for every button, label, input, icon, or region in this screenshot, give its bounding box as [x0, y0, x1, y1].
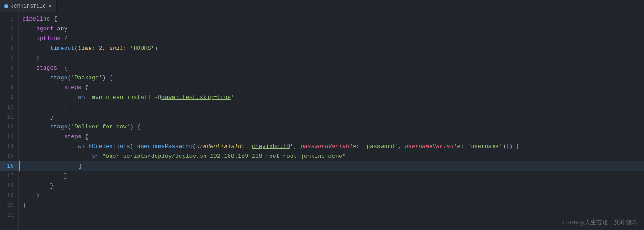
tab-bar: Jenkinsfile ×	[0, 0, 644, 12]
tab-close-button[interactable]: ×	[49, 4, 52, 9]
code-line: }	[19, 103, 644, 112]
line-number: 6	[0, 63, 18, 73]
line-number: 18	[0, 181, 18, 191]
line-number: 16	[0, 161, 18, 171]
line-number: 15	[0, 152, 18, 161]
line-number: 5	[0, 53, 18, 63]
code-line: }	[19, 161, 644, 171]
code-line: }	[19, 53, 644, 63]
code-content: pipeline { agent any options { timeout(t…	[19, 12, 644, 230]
code-line: }	[19, 181, 644, 191]
line-number: 19	[0, 191, 18, 201]
line-number: 20	[0, 201, 18, 210]
code-line: sh 'mvn clean install -Dmaven.test.skip=…	[19, 93, 644, 103]
editor-container: Jenkinsfile × 12345678910111213141516171…	[0, 0, 644, 230]
code-line: }	[19, 112, 644, 122]
code-area: 123456789101112131415161718192021 pipeli…	[0, 12, 644, 230]
code-line: steps {	[19, 132, 644, 142]
line-number: 11	[0, 112, 18, 122]
line-number: 3	[0, 34, 18, 44]
line-number: 2	[0, 24, 18, 34]
code-line: options {	[19, 34, 644, 44]
line-number: 13	[0, 132, 18, 142]
code-line: sh "bash scripts/deploy/deploy.sh 192.16…	[19, 152, 644, 161]
line-number: 7	[0, 73, 18, 83]
code-line: withCredentials([usernamePassword(creden…	[19, 142, 644, 152]
code-line: steps {	[19, 83, 644, 93]
code-line: }	[19, 201, 644, 210]
code-line	[19, 210, 644, 220]
line-number: 1	[0, 14, 18, 24]
line-number: 17	[0, 171, 18, 181]
code-line: pipeline {	[19, 14, 644, 24]
line-number: 14	[0, 142, 18, 152]
tab-label: Jenkinsfile	[11, 3, 46, 9]
line-numbers: 123456789101112131415161718192021	[0, 12, 19, 230]
line-number: 10	[0, 103, 18, 112]
code-line: }	[19, 171, 644, 181]
tab-file-icon	[4, 4, 8, 8]
code-line: stage('Deliver for dev') {	[19, 122, 644, 132]
watermark: CSDN @人生苦短，及时编码	[562, 218, 637, 226]
line-number: 4	[0, 44, 18, 53]
code-line: }	[19, 191, 644, 201]
code-line: timeout(time: 2, unit: 'HOURS')	[19, 44, 644, 53]
line-number: 12	[0, 122, 18, 132]
line-number: 8	[0, 83, 18, 93]
tab-jenkinsfile[interactable]: Jenkinsfile ×	[0, 0, 57, 12]
code-line: stages {	[19, 63, 644, 73]
code-line: agent any	[19, 24, 644, 34]
line-number: 9	[0, 93, 18, 103]
line-number: 21	[0, 210, 18, 220]
code-line: stage('Package') {	[19, 73, 644, 83]
